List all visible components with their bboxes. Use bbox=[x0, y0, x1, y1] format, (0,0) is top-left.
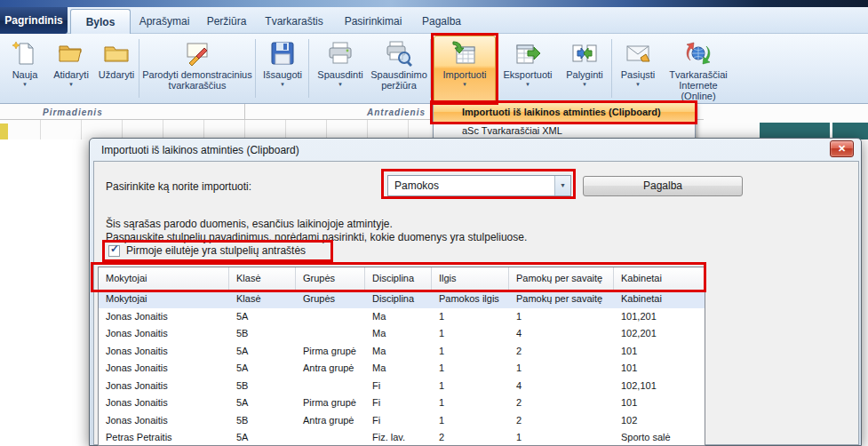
clipboard-info-line-2: Paspauskite stulpelių pavadinimus, norėd… bbox=[106, 231, 527, 243]
table-cell bbox=[296, 429, 365, 446]
clipboard-table-body: MokytojaiKlasėGrupėsDisciplinaPamokos il… bbox=[99, 291, 705, 446]
import-button-label: Importuoti bbox=[434, 69, 495, 80]
table-cell: 5B bbox=[229, 325, 296, 343]
day-divider bbox=[244, 104, 245, 119]
tab-label: Tvarkaraštis bbox=[265, 15, 323, 28]
tab-label: Bylos bbox=[86, 16, 115, 28]
table-row-4[interactable]: Jonas Jonaitis5AAntra grupėMa11101 bbox=[99, 360, 705, 378]
chevron-down-icon: ▼ bbox=[615, 82, 661, 87]
print-preview-button[interactable]: Spausdinimo peržiūra bbox=[370, 36, 428, 102]
close-icon: ✕ bbox=[838, 143, 846, 154]
column-header-4[interactable]: Ilgis bbox=[432, 267, 509, 291]
send-mail-icon bbox=[615, 40, 661, 69]
print-preview-icon bbox=[370, 40, 428, 69]
send-button[interactable]: Pasiųsti ▼ bbox=[615, 36, 661, 102]
table-row-2[interactable]: Jonas Jonaitis5BMa14102,201 bbox=[99, 325, 705, 343]
table-row-8[interactable]: Petras Petraitis5AFiz. lav.21Sporto salė bbox=[99, 429, 705, 446]
table-cell: 1 bbox=[432, 394, 509, 412]
closed-folder-icon bbox=[94, 40, 139, 69]
export-button[interactable]: Eksportuoti ▼ bbox=[498, 36, 557, 102]
import-type-select[interactable]: Pamokos ▼ bbox=[387, 175, 571, 196]
tab-pagrindinis[interactable]: Pagrindinis bbox=[0, 7, 68, 34]
demo-board-icon bbox=[140, 40, 254, 69]
table-cell: Kabinetai bbox=[614, 291, 705, 308]
compare-button[interactable]: Palyginti ▼ bbox=[559, 36, 610, 102]
column-header-1[interactable]: Klasė bbox=[229, 267, 296, 291]
dialog-body: Pasirinkite ką norite importuoti: Pamoko… bbox=[93, 161, 859, 445]
table-cell: Pamokos ilgis bbox=[432, 291, 509, 308]
timetables-online-button[interactable]: Tvarkaraščiai Internete (Online) bbox=[663, 36, 734, 102]
chevron-down-icon: ▼ bbox=[4, 82, 46, 87]
show-demo-timetables-button[interactable]: Parodyti demonstracinius tvarkaraščius bbox=[140, 36, 254, 102]
table-cell: 2 bbox=[509, 343, 614, 361]
tab-pagalba[interactable]: Pagalba bbox=[415, 9, 468, 34]
clipboard-info-line-1: Šis sąrašas parodo duomenis, esančius la… bbox=[106, 218, 393, 230]
new-button-label: Nauja bbox=[4, 69, 46, 80]
table-row-0[interactable]: MokytojaiKlasėGrupėsDisciplinaPamokos il… bbox=[99, 291, 705, 308]
table-cell: 5A bbox=[229, 394, 296, 412]
column-header-3[interactable]: Disciplina bbox=[365, 267, 432, 291]
chevron-down-icon: ▼ bbox=[559, 82, 610, 87]
table-row-1[interactable]: Jonas Jonaitis5AMa11101,201 bbox=[99, 308, 705, 326]
new-button[interactable]: Nauja ▼ bbox=[4, 36, 46, 102]
help-button-label: Pagalba bbox=[643, 179, 682, 192]
tab-pasirinkimai[interactable]: Pasirinkimai bbox=[337, 9, 410, 34]
table-cell: Pamokų per savaitę bbox=[509, 291, 614, 308]
ribbon-toolbar: Nauja ▼ Atidaryti ▼ Uždaryti Parodyti de… bbox=[0, 34, 868, 104]
table-cell: 4 bbox=[509, 378, 614, 395]
export-button-label: Eksportuoti bbox=[498, 69, 557, 80]
import-type-value: Pamokos bbox=[394, 179, 439, 192]
tab-bylos[interactable]: Bylos bbox=[70, 9, 131, 34]
tab-perziura[interactable]: Peržiūra bbox=[200, 9, 253, 34]
table-row-5[interactable]: Jonas Jonaitis5BFi14102,101 bbox=[99, 378, 705, 395]
table-cell: 101 bbox=[614, 360, 705, 378]
table-cell bbox=[296, 308, 365, 326]
table-cell: 2 bbox=[509, 412, 614, 430]
table-row-6[interactable]: Jonas Jonaitis5APirma grupėFi12101 bbox=[99, 394, 705, 412]
save-icon bbox=[259, 40, 307, 69]
help-button[interactable]: Pagalba bbox=[583, 176, 743, 196]
table-cell: 102,201 bbox=[614, 325, 705, 343]
table-cell: Pirma grupė bbox=[296, 343, 365, 361]
column-header-2[interactable]: Grupės bbox=[296, 267, 365, 291]
import-clipboard-dialog: Importuoti iš laikinos atminties (Clipbo… bbox=[89, 138, 862, 446]
checkbox-checked-icon[interactable]: ✓ bbox=[108, 245, 120, 257]
chevron-down-icon: ▼ bbox=[48, 82, 94, 87]
table-cell: 5B bbox=[229, 378, 296, 395]
table-cell: Fi bbox=[365, 378, 432, 395]
chevron-down-icon: ▼ bbox=[259, 82, 307, 87]
tab-aprasymai[interactable]: Aprašymai bbox=[134, 9, 195, 34]
import-button[interactable]: Importuoti ▼ bbox=[434, 36, 496, 102]
tab-label: Aprašymai bbox=[139, 15, 190, 28]
menu-item-import-clipboard[interactable]: Importuoti iš laikinos atminties (Clipbo… bbox=[434, 103, 695, 122]
table-cell: Antra grupė bbox=[296, 360, 365, 378]
table-cell: Antra grupė bbox=[296, 412, 365, 430]
save-button[interactable]: Išsaugoti ▼ bbox=[259, 36, 307, 102]
table-row-3[interactable]: Jonas Jonaitis5APirma grupėMa12101 bbox=[99, 343, 705, 361]
column-header-0[interactable]: Mokytojai bbox=[99, 267, 229, 291]
tab-tvarkarastis[interactable]: Tvarkaraštis bbox=[259, 9, 330, 34]
table-cell: 101,201 bbox=[614, 308, 705, 326]
dialog-close-button[interactable]: ✕ bbox=[830, 140, 854, 157]
table-cell: Jonas Jonaitis bbox=[99, 325, 229, 343]
table-cell: 5A bbox=[229, 360, 296, 378]
table-cell: 1 bbox=[432, 412, 509, 430]
tab-label: Peržiūra bbox=[207, 15, 247, 28]
table-cell: Klasė bbox=[229, 291, 296, 308]
table-cell: 101 bbox=[614, 343, 705, 361]
clipboard-data-table: MokytojaiKlasėGrupėsDisciplinaIlgisPamok… bbox=[98, 267, 705, 446]
column-header-6[interactable]: Kabinetai bbox=[614, 267, 705, 291]
table-cell: Petras Petraitis bbox=[99, 429, 229, 446]
column-header-5[interactable]: Pamokų per savaitę bbox=[509, 267, 614, 291]
print-button[interactable]: Spausdinti ▼ bbox=[313, 36, 368, 102]
table-cell: 102,101 bbox=[614, 378, 705, 395]
table-row-7[interactable]: Jonas Jonaitis5BAntra grupėFi12102 bbox=[99, 412, 705, 430]
window-titlebar[interactable] bbox=[0, 0, 868, 7]
clipboard-table-header-row: MokytojaiKlasėGrupėsDisciplinaIlgisPamok… bbox=[99, 267, 705, 291]
table-cell: Mokytojai bbox=[99, 291, 229, 308]
open-button[interactable]: Atidaryti ▼ bbox=[48, 36, 94, 102]
table-cell bbox=[296, 378, 365, 395]
chevron-down-icon[interactable]: ▼ bbox=[554, 176, 570, 195]
day-label-tuesday: Antradienis bbox=[367, 108, 426, 117]
close-file-button[interactable]: Uždaryti bbox=[94, 36, 139, 102]
